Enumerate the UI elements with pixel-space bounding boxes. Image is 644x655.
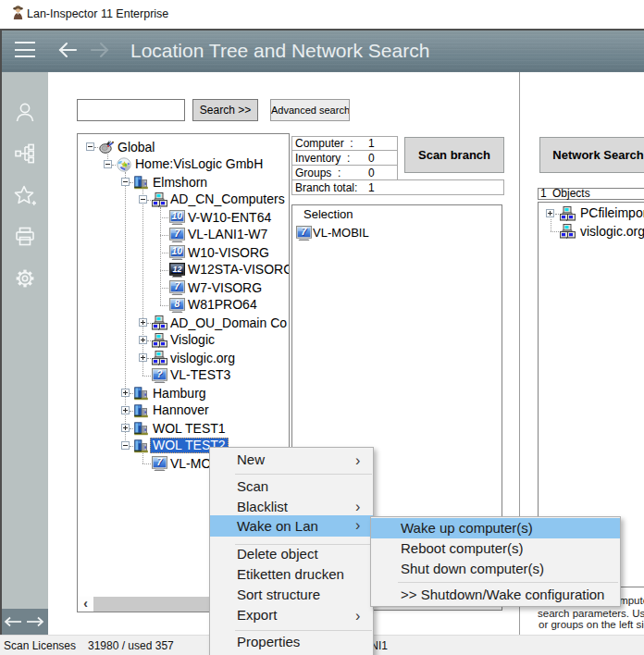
svg-text:10: 10 [172, 210, 183, 221]
svg-text:?: ? [156, 368, 163, 379]
svg-text:10: 10 [172, 245, 183, 256]
svg-text:8: 8 [174, 298, 180, 309]
svg-text:12: 12 [172, 265, 181, 274]
